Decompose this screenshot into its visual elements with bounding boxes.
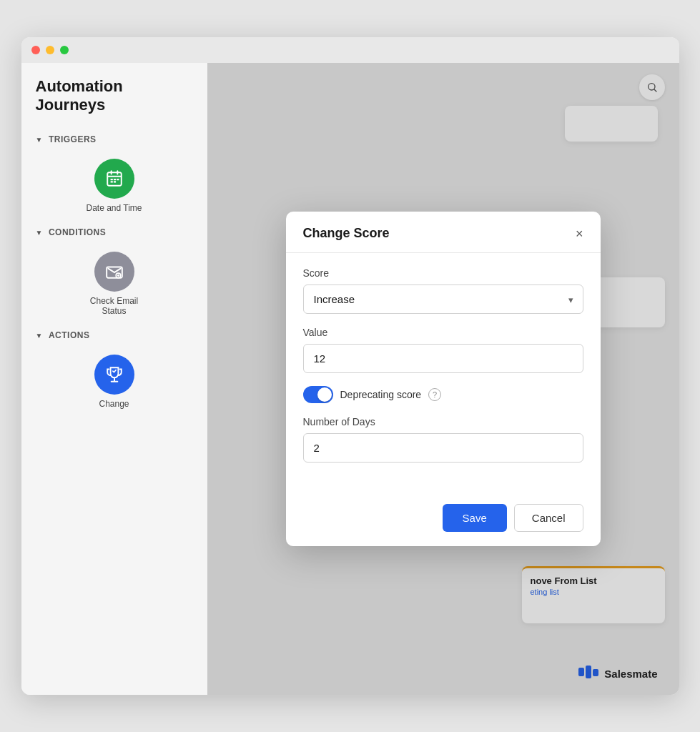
days-label: Number of Days bbox=[303, 416, 583, 427]
actions-label: ACTIONS bbox=[49, 330, 90, 340]
check-email-label: Check Email Status bbox=[90, 296, 138, 316]
score-select-wrapper: Increase Decrease Set ▾ bbox=[303, 285, 583, 314]
app-body: Automation Journeys ▼ TRIGGERS bbox=[21, 63, 679, 695]
modal-title: Change Score bbox=[303, 226, 390, 241]
score-select[interactable]: Increase Decrease Set bbox=[303, 285, 583, 314]
calendar-icon bbox=[105, 169, 124, 188]
help-icon[interactable]: ? bbox=[428, 388, 441, 401]
modal-body: Score Increase Decrease Set ▾ bbox=[286, 253, 601, 493]
trophy-icon bbox=[105, 365, 124, 384]
deprecating-score-toggle[interactable] bbox=[303, 386, 333, 403]
svg-rect-6 bbox=[117, 179, 119, 180]
triggers-section-header: ▼ TRIGGERS bbox=[21, 129, 207, 150]
sidebar-item-date-and-time[interactable]: Date and Time bbox=[21, 150, 207, 222]
conditions-section-header: ▼ CONDITIONS bbox=[21, 222, 207, 243]
triggers-chevron-icon: ▼ bbox=[36, 136, 43, 144]
close-dot[interactable] bbox=[31, 46, 40, 54]
change-icon bbox=[94, 355, 134, 395]
change-score-modal: Change Score × Score Increase Decrease bbox=[286, 212, 601, 546]
days-form-group: Number of Days bbox=[303, 416, 583, 463]
sidebar-item-change[interactable]: Change bbox=[21, 346, 207, 417]
score-form-group: Score Increase Decrease Set ▾ bbox=[303, 267, 583, 314]
value-label: Value bbox=[303, 327, 583, 338]
title-bar bbox=[21, 37, 679, 63]
score-label: Score bbox=[303, 267, 583, 279]
svg-rect-8 bbox=[113, 181, 115, 182]
deprecating-score-label: Deprecating score bbox=[340, 389, 422, 400]
change-label: Change bbox=[99, 399, 129, 409]
modal-footer: Save Cancel bbox=[286, 493, 601, 546]
main-content: ↓ nove From List eting list Change Score… bbox=[207, 63, 679, 695]
conditions-chevron-icon: ▼ bbox=[36, 229, 43, 237]
svg-rect-7 bbox=[110, 181, 112, 182]
svg-rect-4 bbox=[110, 179, 112, 180]
minimize-dot[interactable] bbox=[46, 46, 54, 54]
actions-chevron-icon: ▼ bbox=[36, 332, 43, 340]
value-input[interactable] bbox=[303, 344, 583, 373]
triggers-label: TRIGGERS bbox=[49, 134, 97, 144]
app-window: Automation Journeys ▼ TRIGGERS bbox=[21, 37, 679, 695]
modal-overlay: Change Score × Score Increase Decrease bbox=[207, 63, 679, 695]
cancel-button[interactable]: Cancel bbox=[514, 504, 583, 532]
modal-header: Change Score × bbox=[286, 212, 601, 253]
modal-close-button[interactable]: × bbox=[576, 227, 583, 240]
sidebar-item-check-email-status[interactable]: Check Email Status bbox=[21, 243, 207, 325]
value-form-group: Value bbox=[303, 327, 583, 373]
date-and-time-label: Date and Time bbox=[86, 203, 142, 213]
deprecating-score-row: Deprecating score ? bbox=[303, 386, 583, 403]
save-button[interactable]: Save bbox=[443, 504, 507, 532]
sidebar: Automation Journeys ▼ TRIGGERS bbox=[21, 63, 207, 695]
maximize-dot[interactable] bbox=[60, 46, 69, 54]
check-email-icon bbox=[94, 252, 134, 292]
conditions-label: CONDITIONS bbox=[49, 227, 106, 237]
days-input[interactable] bbox=[303, 433, 583, 463]
actions-section-header: ▼ ACTIONS bbox=[21, 325, 207, 346]
page-title: Automation Journeys bbox=[21, 77, 207, 129]
date-and-time-icon bbox=[94, 159, 134, 199]
svg-rect-5 bbox=[113, 179, 115, 180]
toggle-knob bbox=[317, 387, 332, 402]
email-icon bbox=[105, 262, 124, 281]
